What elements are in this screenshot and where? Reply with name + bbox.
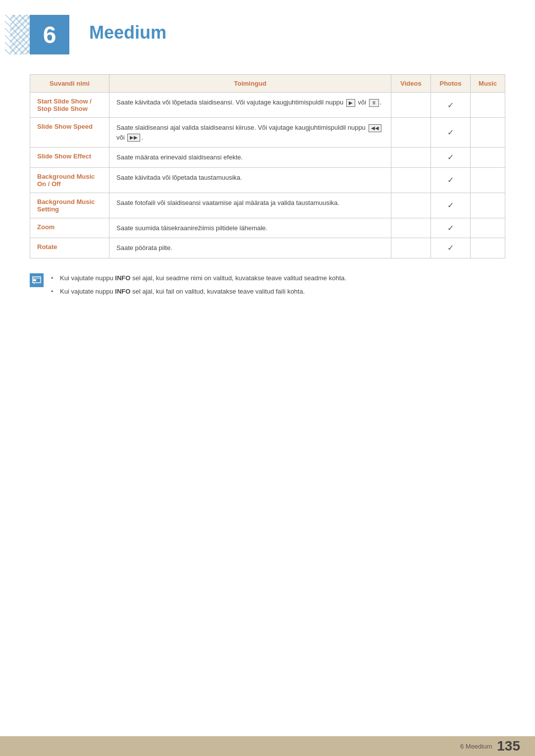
check-icon: ✓ xyxy=(447,224,454,232)
features-table: Suvandi nimi Toimingud Videos Photos Mus… xyxy=(30,74,505,258)
fastforward-button-icon: ▶▶ xyxy=(127,134,140,142)
note-item: Kui vajutate nuppu INFO sel ajal, kui se… xyxy=(51,273,346,283)
table-row: Start Slide Show / Stop Slide ShowSaate … xyxy=(30,93,505,118)
cell-music xyxy=(471,93,505,118)
col-header-photos: Photos xyxy=(431,75,471,93)
cell-photos: ✓ xyxy=(431,193,471,218)
cell-toimingud: Saate määrata erinevaid slaidiseansi efe… xyxy=(109,148,391,168)
check-icon: ✓ xyxy=(447,101,454,109)
cell-videos xyxy=(391,238,431,258)
cell-toimingud: Saate suumida täisekraanirežiimis piltid… xyxy=(109,218,391,238)
chapter-number: 6 xyxy=(43,21,56,49)
footer-chapter-label: 6 Meedium xyxy=(460,743,492,750)
cell-music xyxy=(471,218,505,238)
cell-photos: ✓ xyxy=(431,167,471,193)
note-item: Kui vajutate nuppu INFO sel ajal, kui fa… xyxy=(51,287,346,297)
pencil-icon xyxy=(32,276,41,284)
chapter-title: Meedium xyxy=(89,15,166,43)
table-row: Background Music SettingSaate fotofaili … xyxy=(30,193,505,218)
cell-videos xyxy=(391,93,431,118)
cell-toimingud: Saate käivitada või lõpetada taustamuusi… xyxy=(109,167,391,193)
cell-toimingud: Saate käivitada või lõpetada slaidiseans… xyxy=(109,93,391,118)
cell-photos: ✓ xyxy=(431,218,471,238)
cell-suvandi: Rotate xyxy=(30,238,109,258)
cell-videos xyxy=(391,118,431,148)
svg-rect-5 xyxy=(33,279,36,281)
cell-toimingud: Saate pöörata pilte. xyxy=(109,238,391,258)
main-content: Suvandi nimi Toimingud Videos Photos Mus… xyxy=(0,74,535,301)
note-section: Kui vajutate nuppu INFO sel ajal, kui se… xyxy=(30,273,505,301)
footer-text: 6 Meedium 135 xyxy=(460,738,520,754)
pause-button-icon: ⏸ xyxy=(369,99,379,107)
cell-music xyxy=(471,238,505,258)
cell-music xyxy=(471,193,505,218)
cell-suvandi: Slide Show Effect xyxy=(30,148,109,168)
cell-suvandi: Background Music Setting xyxy=(30,193,109,218)
check-icon: ✓ xyxy=(447,128,454,137)
table-row: RotateSaate pöörata pilte.✓ xyxy=(30,238,505,258)
cell-toimingud: Saate fotofaili või slaidiseansi vaatami… xyxy=(109,193,391,218)
play-button-icon: ▶ xyxy=(346,99,355,107)
footer-page-number: 135 xyxy=(497,738,520,754)
note-icon xyxy=(30,273,44,287)
cell-photos: ✓ xyxy=(431,118,471,148)
cell-toimingud: Saate slaidiseansi ajal valida slaidisea… xyxy=(109,118,391,148)
page-footer: 6 Meedium 135 xyxy=(0,736,535,756)
col-header-videos: Videos xyxy=(391,75,431,93)
cell-suvandi: Slide Show Speed xyxy=(30,118,109,148)
col-header-music: Music xyxy=(471,75,505,93)
note-bold: INFO xyxy=(115,274,130,282)
table-row: Slide Show SpeedSaate slaidiseansi ajal … xyxy=(30,118,505,148)
cell-videos xyxy=(391,193,431,218)
table-row: Background Music On / OffSaate käivitada… xyxy=(30,167,505,193)
rewind-button-icon: ◀◀ xyxy=(369,124,381,132)
table-body: Start Slide Show / Stop Slide ShowSaate … xyxy=(30,93,505,258)
check-icon: ✓ xyxy=(447,176,454,184)
note-list: Kui vajutate nuppu INFO sel ajal, kui se… xyxy=(51,273,346,301)
note-bold: INFO xyxy=(115,288,130,295)
cell-videos xyxy=(391,218,431,238)
cell-suvandi: Zoom xyxy=(30,218,109,238)
cell-music xyxy=(471,118,505,148)
col-header-suvandi: Suvandi nimi xyxy=(30,75,109,93)
table-row: Slide Show EffectSaate määrata erinevaid… xyxy=(30,148,505,168)
cell-photos: ✓ xyxy=(431,238,471,258)
cell-suvandi: Background Music On / Off xyxy=(30,167,109,193)
cell-videos xyxy=(391,167,431,193)
table-header-row: Suvandi nimi Toimingud Videos Photos Mus… xyxy=(30,75,505,93)
table-row: ZoomSaate suumida täisekraanirežiimis pi… xyxy=(30,218,505,238)
chapter-badge: 6 xyxy=(30,15,69,54)
cell-videos xyxy=(391,148,431,168)
cell-photos: ✓ xyxy=(431,148,471,168)
page-header: 6 Meedium xyxy=(0,0,535,64)
cell-suvandi: Start Slide Show / Stop Slide Show xyxy=(30,93,109,118)
col-header-toimingud: Toimingud xyxy=(109,75,391,93)
check-icon: ✓ xyxy=(447,201,454,209)
check-icon: ✓ xyxy=(447,153,454,161)
cell-music xyxy=(471,167,505,193)
cell-photos: ✓ xyxy=(431,93,471,118)
cell-music xyxy=(471,148,505,168)
check-icon: ✓ xyxy=(447,244,454,252)
